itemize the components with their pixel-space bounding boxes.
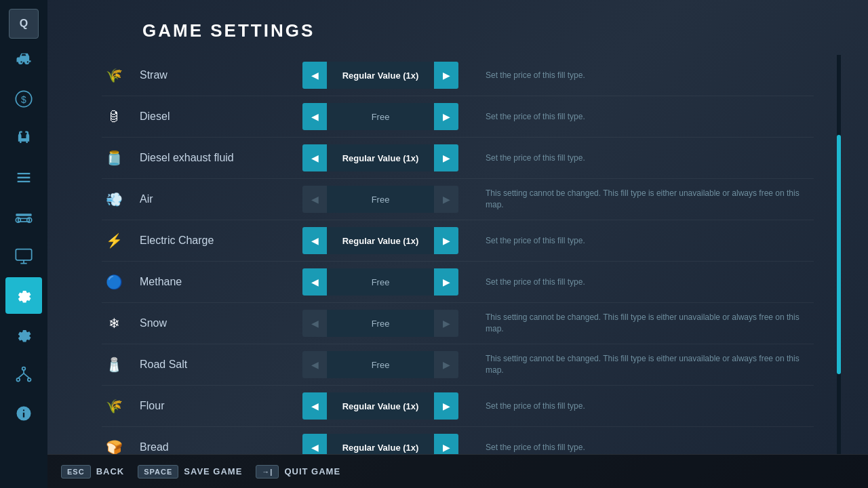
value-control-bread: ◀Regular Value (1x)▶: [302, 434, 458, 454]
item-name-road-salt: Road Salt: [140, 359, 289, 371]
settings-row-diesel-exhaust: 🫙Diesel exhaust fluid◀Regular Value (1x)…: [102, 138, 814, 179]
esc-key: ESC: [61, 465, 91, 479]
svg-rect-5: [18, 218, 29, 222]
item-desc-straw: Set the price of this fill type.: [472, 70, 814, 81]
settings-row-diesel: 🛢Diesel◀Free▶Set the price of this fill …: [102, 96, 814, 138]
sidebar-item-network[interactable]: [5, 356, 42, 392]
item-icon-snow: ❄: [102, 311, 126, 336]
value-control-diesel: ◀Free▶: [302, 103, 458, 130]
sidebar-item-q[interactable]: Q: [9, 9, 39, 39]
value-btn-right-snow: ▶: [434, 310, 458, 337]
value-display-diesel: Free: [327, 103, 434, 130]
svg-rect-6: [16, 249, 31, 260]
scrollbar-track[interactable]: [837, 55, 841, 454]
sidebar-item-settings[interactable]: [5, 277, 42, 314]
item-name-bread: Bread: [140, 441, 289, 453]
value-btn-right-road-salt: ▶: [434, 351, 458, 378]
sidebar-item-help[interactable]: [5, 317, 42, 353]
value-control-air: ◀Free▶: [302, 186, 458, 213]
svg-point-8: [17, 378, 20, 382]
item-icon-diesel: 🛢: [102, 104, 126, 129]
quit-game-button[interactable]: →| QUIT GAME: [256, 465, 340, 479]
value-control-electric-charge: ◀Regular Value (1x)▶: [302, 227, 458, 254]
settings-row-road-salt: 🧂Road Salt◀Free▶This setting cannot be c…: [102, 344, 814, 386]
sidebar-item-tractor[interactable]: [5, 41, 42, 78]
item-name-straw: Straw: [140, 69, 289, 81]
item-desc-methane: Set the price of this fill type.: [472, 277, 814, 288]
item-desc-snow: This setting cannot be changed. This fil…: [472, 312, 814, 335]
item-name-air: Air: [140, 193, 289, 205]
main-content: GAME SETTINGS 🌾Straw◀Regular Value (1x)▶…: [47, 0, 868, 488]
space-key: SPACE: [138, 465, 178, 479]
value-btn-right-straw[interactable]: ▶: [434, 62, 458, 89]
settings-row-methane: 🔵Methane◀Free▶Set the price of this fill…: [102, 262, 814, 303]
sidebar-item-log[interactable]: [5, 159, 42, 196]
value-control-straw: ◀Regular Value (1x)▶: [302, 62, 458, 89]
item-name-flour: Flour: [140, 400, 289, 412]
value-btn-left-snow: ◀: [302, 310, 327, 337]
value-display-snow: Free: [327, 310, 434, 337]
value-btn-left-straw[interactable]: ◀: [302, 62, 327, 89]
value-display-flour: Regular Value (1x): [327, 392, 434, 420]
sidebar-item-animals[interactable]: [5, 120, 42, 157]
sidebar-item-economy[interactable]: $: [5, 81, 42, 117]
item-name-electric-charge: Electric Charge: [140, 235, 289, 247]
item-desc-flour: Set the price of this fill type.: [472, 401, 814, 412]
item-name-diesel-exhaust: Diesel exhaust fluid: [140, 152, 289, 164]
item-icon-road-salt: 🧂: [102, 352, 126, 377]
back-button[interactable]: ESC BACK: [61, 465, 124, 479]
settings-row-electric-charge: ⚡Electric Charge◀Regular Value (1x)▶Set …: [102, 220, 814, 262]
value-btn-right-diesel[interactable]: ▶: [434, 103, 458, 130]
item-icon-bread: 🍞: [102, 435, 126, 454]
sidebar-item-production[interactable]: [5, 199, 42, 235]
scrollbar-thumb[interactable]: [837, 135, 841, 374]
value-btn-left-bread[interactable]: ◀: [302, 434, 327, 454]
item-name-methane: Methane: [140, 276, 289, 288]
settings-row-air: 💨Air◀Free▶This setting cannot be changed…: [102, 179, 814, 220]
back-label: BACK: [96, 466, 125, 476]
settings-row-snow: ❄Snow◀Free▶This setting cannot be change…: [102, 303, 814, 344]
value-display-diesel-exhaust: Regular Value (1x): [327, 144, 434, 171]
value-btn-left-air: ◀: [302, 186, 327, 213]
value-display-straw: Regular Value (1x): [327, 62, 434, 89]
value-display-methane: Free: [327, 268, 434, 296]
item-desc-diesel-exhaust: Set the price of this fill type.: [472, 152, 814, 164]
settings-row-bread: 🍞Bread◀Regular Value (1x)▶Set the price …: [102, 427, 814, 454]
value-btn-left-diesel[interactable]: ◀: [302, 103, 327, 130]
value-btn-left-electric-charge[interactable]: ◀: [302, 227, 327, 254]
item-desc-air: This setting cannot be changed. This fil…: [472, 188, 814, 211]
sidebar-item-map[interactable]: [5, 238, 42, 274]
value-btn-right-diesel-exhaust[interactable]: ▶: [434, 144, 458, 171]
value-btn-left-diesel-exhaust[interactable]: ◀: [302, 144, 327, 171]
svg-point-7: [22, 367, 26, 371]
value-btn-left-road-salt: ◀: [302, 351, 327, 378]
bottom-bar: ESC BACK SPACE SAVE GAME →| QUIT GAME: [47, 454, 868, 488]
value-control-flour: ◀Regular Value (1x)▶: [302, 392, 458, 420]
sidebar: Q $: [0, 0, 47, 488]
quit-key: →|: [256, 465, 279, 479]
item-desc-diesel: Set the price of this fill type.: [472, 111, 814, 123]
quit-label: QUIT GAME: [284, 466, 340, 476]
page-title: GAME SETTINGS: [47, 0, 868, 55]
value-btn-right-bread[interactable]: ▶: [434, 434, 458, 454]
item-icon-electric-charge: ⚡: [102, 228, 126, 253]
value-btn-right-methane[interactable]: ▶: [434, 268, 458, 296]
value-btn-right-flour[interactable]: ▶: [434, 392, 458, 420]
value-display-road-salt: Free: [327, 351, 434, 378]
save-game-button[interactable]: SPACE SAVE GAME: [138, 465, 242, 479]
value-btn-left-methane[interactable]: ◀: [302, 268, 327, 296]
svg-rect-2: [16, 214, 31, 216]
value-btn-right-electric-charge[interactable]: ▶: [434, 227, 458, 254]
item-desc-electric-charge: Set the price of this fill type.: [472, 235, 814, 247]
item-name-snow: Snow: [140, 317, 289, 329]
settings-row-straw: 🌾Straw◀Regular Value (1x)▶Set the price …: [102, 55, 814, 96]
value-display-bread: Regular Value (1x): [327, 434, 434, 454]
item-icon-straw: 🌾: [102, 63, 126, 87]
value-control-diesel-exhaust: ◀Regular Value (1x)▶: [302, 144, 458, 171]
sidebar-item-info[interactable]: [5, 395, 42, 432]
value-display-electric-charge: Regular Value (1x): [327, 227, 434, 254]
value-control-snow: ◀Free▶: [302, 310, 458, 337]
item-icon-flour: 🌾: [102, 394, 126, 418]
value-btn-left-flour[interactable]: ◀: [302, 392, 327, 420]
item-name-diesel: Diesel: [140, 110, 289, 123]
